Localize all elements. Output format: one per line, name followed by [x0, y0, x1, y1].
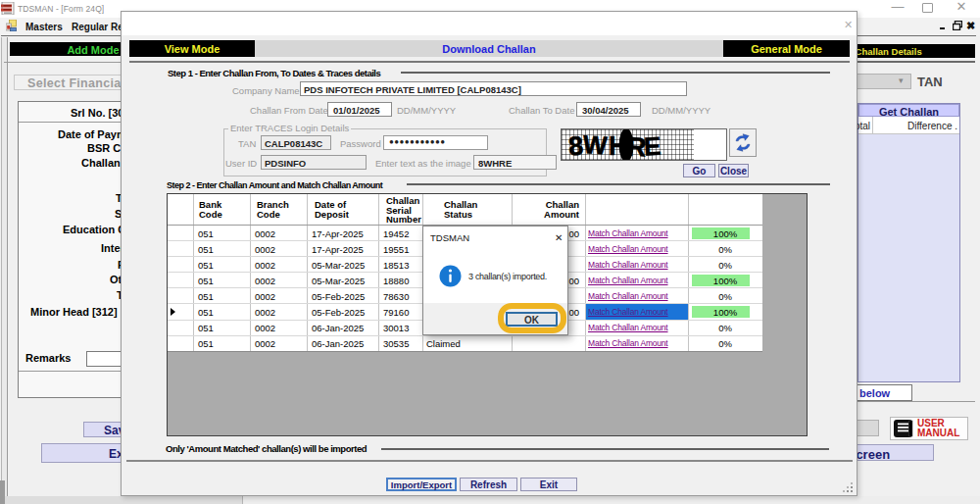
svg-text:W: W — [582, 129, 609, 160]
svg-text:E: E — [643, 131, 662, 160]
